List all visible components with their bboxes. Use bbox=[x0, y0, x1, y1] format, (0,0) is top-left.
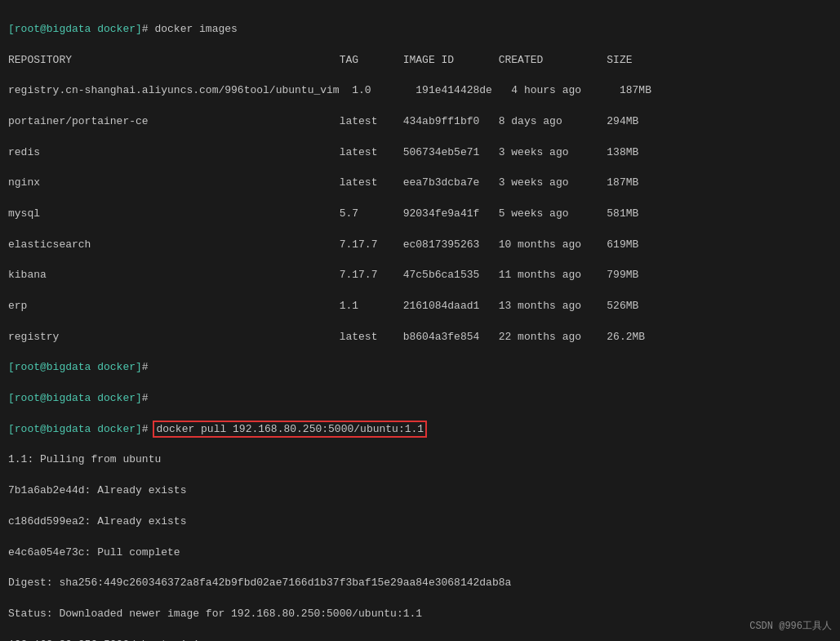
line-13: [root@bigdata docker]# bbox=[8, 391, 832, 407]
line-3: registry.cn-shanghai.aliyuncs.com/996too… bbox=[8, 83, 832, 99]
line-7: mysql 5.7 92034fe9a41f 5 weeks ago 581MB bbox=[8, 207, 832, 222]
line-4: portainer/portainer-ce latest 434ab9ff1b… bbox=[8, 114, 832, 130]
header-row: REPOSITORY TAG IMAGE ID CREATED SIZE bbox=[8, 54, 633, 66]
line-19: Digest: sha256:449c260346372a8fa42b9fbd0… bbox=[8, 576, 832, 591]
line-14: [root@bigdata docker]# docker pull 192.1… bbox=[8, 422, 832, 438]
line-21: 192.168.80.250:5000/ubuntu:1.1 bbox=[8, 638, 832, 641]
terminal: [root@bigdata docker]# docker images REP… bbox=[0, 0, 840, 641]
line-11: registry latest b8604a3fe854 22 months a… bbox=[8, 330, 832, 345]
line-6: nginx latest eea7b3dcba7e 3 weeks ago 18… bbox=[8, 176, 832, 191]
prompt: [root@bigdata docker] bbox=[8, 23, 142, 35]
line-5: redis latest 506734eb5e71 3 weeks ago 13… bbox=[8, 145, 832, 161]
line-15: 1.1: Pulling from ubuntu bbox=[8, 452, 832, 468]
cmd-pull-highlight: docker pull 192.168.80.250:5000/ubuntu:1… bbox=[154, 422, 425, 436]
line-9: kibana 7.17.7 47c5b6ca1535 11 months ago… bbox=[8, 268, 832, 283]
line-12: [root@bigdata docker]# bbox=[8, 360, 832, 376]
line-2: REPOSITORY TAG IMAGE ID CREATED SIZE bbox=[8, 53, 832, 69]
line-10: erp 1.1 2161084daad1 13 months ago 526MB bbox=[8, 299, 832, 314]
line-17: c186dd599ea2: Already exists bbox=[8, 514, 832, 530]
line-20: Status: Downloaded newer image for 192.1… bbox=[8, 607, 832, 622]
line-16: 7b1a6ab2e44d: Already exists bbox=[8, 483, 832, 499]
line-1: [root@bigdata docker]# docker images bbox=[8, 22, 832, 38]
watermark: CSDN @996工具人 bbox=[749, 619, 832, 633]
line-8: elasticsearch 7.17.7 ec0817395263 10 mon… bbox=[8, 238, 832, 253]
line-18: e4c6a054e73c: Pull complete bbox=[8, 545, 832, 561]
